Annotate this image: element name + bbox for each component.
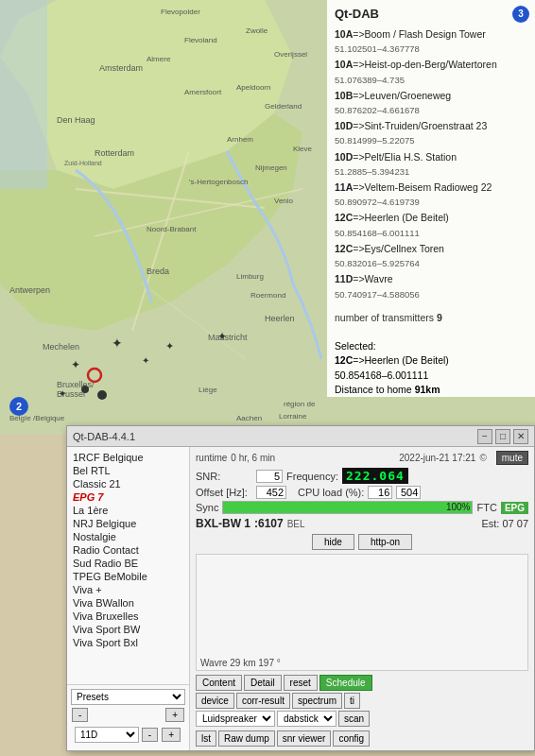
channel-item[interactable]: Radio Contact — [67, 543, 189, 557]
luidspreaker-select[interactable]: Luidspreaker — [196, 711, 275, 727]
station-id: BXL-BW 1 — [196, 517, 250, 530]
sync-bar: 100% — [222, 501, 473, 514]
offset-label: Offset [Hz]: — [196, 487, 252, 498]
output-row: Luidspreaker dabstick scan — [196, 711, 528, 727]
channel-item[interactable]: Viva + — [67, 583, 189, 596]
snr-viewer-button[interactable]: snr viewer — [277, 730, 332, 747]
channel-item[interactable]: TPEG BeMobile — [67, 570, 189, 583]
raw-dump-button[interactable]: Raw dump — [218, 730, 275, 747]
selected-transmitter: number of transmitters 9 Selected: 12C=>… — [335, 307, 527, 397]
svg-text:✦: ✦ — [165, 340, 174, 352]
last-row: lst Raw dump snr viewer config — [196, 730, 528, 747]
epg-badge: EPG — [501, 502, 528, 514]
spectrum-button[interactable]: spectrum — [292, 693, 342, 709]
presets-minus-button[interactable]: - — [72, 708, 88, 722]
channel-item[interactable]: Sud Radio BE — [67, 557, 189, 570]
svg-text:Apeldoorn: Apeldoorn — [236, 83, 270, 92]
channel-items: 1RCF BelgiqueBel RTLClassic 21EPG 7La 1è… — [67, 451, 189, 649]
ti-button[interactable]: ti — [344, 693, 360, 709]
channel-num: :6107 — [254, 517, 284, 530]
window-titlebar: Qt-DAB-4.4.1 − □ ✕ — [67, 426, 534, 447]
cpu-input1[interactable] — [368, 486, 392, 499]
transmitter-entry: 10D=>Pelt/Elia H.S. Station51.2885–5.394… — [335, 150, 527, 179]
reset-tab[interactable]: reset — [284, 675, 318, 691]
channel-item[interactable]: Bel RTL — [67, 464, 189, 477]
content-tab[interactable]: Content — [196, 675, 242, 691]
runtime-value: 0 hr, 6 min — [231, 453, 275, 463]
hide-http-row: hide http-on — [196, 534, 528, 550]
device-row: device corr-result spectrum ti — [196, 693, 528, 709]
est-label: Est: 07 07 — [481, 518, 528, 529]
badge-3: 3 — [512, 6, 529, 23]
sync-bar-fill — [223, 502, 472, 513]
channel-item[interactable]: Viva BWallon — [67, 596, 189, 610]
svg-text:Zwolle: Zwolle — [246, 26, 268, 35]
svg-text:✦: ✦ — [71, 358, 80, 371]
minimize-button[interactable]: − — [477, 429, 492, 444]
station-row: BXL-BW 1 :6107 BEL Est: 07 07 — [196, 517, 528, 530]
http-button[interactable]: http-on — [358, 534, 412, 550]
svg-text:Lorraine: Lorraine — [279, 412, 307, 421]
channel-plus-button[interactable]: + — [162, 728, 181, 742]
channel-item[interactable]: NRJ Belgique — [67, 517, 189, 530]
presets-row: Presets - + 11D - + — [67, 684, 189, 747]
svg-rect-7 — [0, 0, 47, 189]
svg-text:✦: ✦ — [142, 355, 149, 366]
detail-tab[interactable]: Detail — [244, 675, 282, 691]
channel-select[interactable]: 11D — [75, 727, 139, 743]
wavre-label: Wavre 29 km 197 ° — [200, 658, 281, 668]
channel-item[interactable]: Classic 21 — [67, 477, 189, 490]
runtime-label: runtime — [196, 453, 227, 463]
channel-item[interactable]: Viva Sport BW — [67, 623, 189, 636]
offset-input[interactable] — [256, 486, 286, 499]
schedule-tab[interactable]: Schedule — [319, 675, 372, 691]
presets-select[interactable]: Presets — [71, 689, 185, 705]
maximize-button[interactable]: □ — [495, 429, 510, 444]
config-button[interactable]: config — [333, 730, 370, 747]
main-window: Qt-DAB-4.4.1 − □ ✕ 1RCF BelgiqueBel RTLC… — [66, 425, 535, 751]
device-button[interactable]: device — [196, 693, 234, 709]
channel-item[interactable]: La 1ère — [67, 504, 189, 517]
channel-item[interactable]: Nostalgie — [67, 530, 189, 543]
lst-button[interactable]: lst — [196, 730, 216, 747]
svg-text:✦: ✦ — [112, 335, 123, 351]
snr-label: SNR: — [196, 471, 252, 482]
offset-row: Offset [Hz]: CPU load (%): — [196, 486, 528, 499]
presets-plus-button[interactable]: + — [165, 708, 184, 722]
mute-button[interactable]: mute — [496, 451, 528, 465]
channel-item[interactable]: Viva Sport Bxl — [67, 636, 189, 649]
svg-text:'s-Hertogenbosch: 's-Hertogenbosch — [189, 178, 248, 186]
datetime-label: 2022-jun-21 17:21 — [399, 453, 475, 463]
svg-text:Aachen: Aachen — [236, 414, 262, 422]
svg-text:Almere: Almere — [147, 55, 171, 63]
cpu-input2[interactable] — [396, 486, 421, 499]
channel-item[interactable]: Viva Bruxelles — [67, 610, 189, 623]
transmitter-entry: 11A=>Veltem-Beisem Radioweg 2250.890972–… — [335, 180, 527, 209]
svg-text:Flevopolder: Flevopolder — [161, 8, 200, 16]
channel-item[interactable]: EPG 7 — [67, 490, 189, 504]
channel-item[interactable]: 1RCF Belgique — [67, 451, 189, 464]
svg-text:Breda: Breda — [147, 266, 169, 276]
dabstick-select[interactable]: dabstick — [277, 711, 337, 727]
num-transmitters-label: number of transmitters 9 — [335, 312, 442, 323]
corr-result-button[interactable]: corr-result — [236, 693, 290, 709]
hide-button[interactable]: hide — [312, 534, 354, 550]
channel-minus-button[interactable]: - — [142, 728, 158, 742]
svg-text:Nijmegen: Nijmegen — [255, 163, 287, 172]
svg-text:Overijssel: Overijssel — [274, 50, 307, 59]
svg-text:Amersfoort: Amersfoort — [184, 88, 222, 96]
close-button[interactable]: ✕ — [513, 429, 528, 444]
transmitter-entry: 10B=>Leuven/Groeneweg50.876202–4.661678 — [335, 89, 527, 117]
scan-button[interactable]: scan — [338, 711, 370, 727]
freq-display: 222.064 — [342, 468, 408, 484]
svg-text:Den Haag: Den Haag — [57, 115, 95, 125]
waveform-area: Wavre 29 km 197 ° — [196, 554, 528, 671]
snr-input[interactable] — [256, 470, 283, 483]
sync-label: Sync — [196, 502, 218, 513]
svg-text:Noord-Brabant: Noord-Brabant — [147, 225, 197, 233]
transmitter-entry: 10D=>Sint-Truiden/Groenstraat 2350.81499… — [335, 119, 527, 147]
runtime-row: runtime 0 hr, 6 min 2022-jun-21 17:21 © … — [196, 451, 528, 465]
snr-row: SNR: Frequency: 222.064 — [196, 468, 528, 484]
svg-text:Kleve: Kleve — [293, 145, 313, 153]
badge-2: 2 — [9, 397, 28, 416]
